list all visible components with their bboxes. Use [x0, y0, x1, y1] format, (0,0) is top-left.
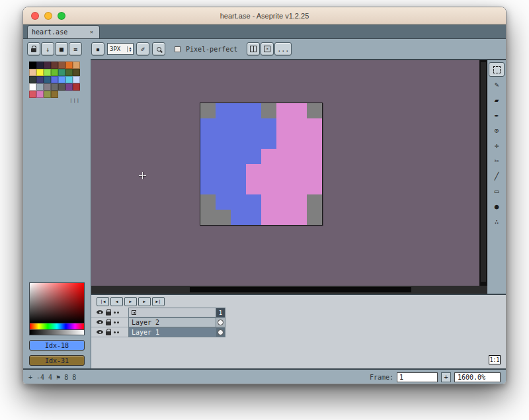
- sprite-pixel-2-2[interactable]: [231, 134, 246, 149]
- move-tool[interactable]: ✛: [489, 138, 505, 153]
- titlebar[interactable]: heart.ase - Aseprite v1.2.25: [23, 7, 506, 24]
- sprite-pixel-1-1[interactable]: [216, 118, 231, 134]
- layer-lock-toggle[interactable]: [106, 321, 111, 325]
- palette-swatch-28[interactable]: [29, 91, 36, 98]
- sprite-pixel-4-3[interactable]: [246, 164, 261, 179]
- sprite-pixel-2-5[interactable]: [276, 134, 292, 149]
- sprite-pixel-5-2[interactable]: [231, 179, 246, 194]
- symmetry-horizontal-button[interactable]: [247, 42, 260, 56]
- gray-slider[interactable]: [29, 330, 85, 335]
- palette-swatch-20[interactable]: [73, 76, 80, 83]
- brush-size-spinner[interactable]: ▲ ▼: [127, 46, 133, 52]
- sprite-pixel-7-5[interactable]: [276, 210, 292, 225]
- sprite-pixel-4-0[interactable]: [200, 164, 216, 179]
- palette-swatch-18[interactable]: [58, 76, 65, 83]
- contour-tool[interactable]: ●: [489, 199, 505, 214]
- palette-sort-button[interactable]: ↓: [41, 42, 54, 56]
- pencil-tool[interactable]: ✎: [489, 77, 505, 92]
- cel-indicator[interactable]: [218, 329, 224, 335]
- layer-visibility-toggle[interactable]: [97, 320, 103, 324]
- ink-button[interactable]: ✐: [136, 42, 149, 56]
- sprite-pixel-4-4[interactable]: [261, 164, 276, 179]
- sprite-pixel-0-1[interactable]: [216, 103, 231, 118]
- layer-row-layer-1[interactable]: Layer 1: [91, 327, 506, 337]
- sprite-pixel-2-4[interactable]: [261, 134, 276, 149]
- symmetry-vertical-button[interactable]: ✕: [261, 42, 274, 56]
- palette-swatch-2[interactable]: [44, 62, 51, 69]
- sprite-pixel-5-5[interactable]: [276, 179, 292, 194]
- sprite-pixel-4-5[interactable]: [276, 164, 292, 179]
- sprite-canvas[interactable]: [200, 103, 323, 226]
- palette-swatch-29[interactable]: [36, 91, 44, 98]
- sprite-pixel-6-5[interactable]: [276, 194, 292, 210]
- palette-lock-button[interactable]: [27, 42, 40, 56]
- sprite-pixel-1-3[interactable]: [246, 118, 261, 134]
- palette-swatch-17[interactable]: [51, 76, 58, 83]
- sprite-pixel-0-2[interactable]: [231, 103, 246, 118]
- sprite-pixel-0-7[interactable]: [307, 103, 322, 118]
- sprite-pixel-7-7[interactable]: [307, 210, 322, 225]
- palette-swatch-16[interactable]: [44, 76, 51, 83]
- sprite-pixel-1-5[interactable]: [276, 118, 292, 134]
- dynamics-button[interactable]: [152, 42, 165, 56]
- palette-swatch-1[interactable]: [36, 62, 44, 69]
- brush-size-input[interactable]: 3PX ▲ ▼: [107, 43, 134, 55]
- eyedropper-tool[interactable]: ✒: [489, 108, 505, 122]
- palette-swatch-27[interactable]: [73, 83, 80, 91]
- tab-heart-ase[interactable]: heart.ase ✕: [27, 25, 100, 38]
- sprite-pixel-5-4[interactable]: [261, 179, 276, 194]
- sprite-pixel-6-2[interactable]: [231, 194, 246, 210]
- sprite-pixel-2-6[interactable]: [292, 134, 307, 149]
- sprite-pixel-0-0[interactable]: [200, 103, 216, 118]
- prev-frame-button[interactable]: ◀: [110, 297, 123, 306]
- next-frame-button[interactable]: ▶: [138, 297, 151, 306]
- palette-swatch-31[interactable]: [51, 91, 58, 98]
- sprite-pixel-3-4[interactable]: [261, 149, 276, 164]
- blur-tool[interactable]: ∴: [489, 214, 505, 229]
- play-button[interactable]: ▶: [124, 297, 137, 306]
- background-color-button[interactable]: Idx-31: [29, 355, 85, 366]
- palette-swatch-19[interactable]: [65, 76, 73, 83]
- palette-swatch-14[interactable]: [29, 76, 36, 83]
- sprite-pixel-5-6[interactable]: [292, 179, 307, 194]
- palette-swatch-25[interactable]: [58, 83, 65, 91]
- palette-swatch-13[interactable]: [73, 69, 80, 76]
- sprite-pixel-2-7[interactable]: [307, 134, 322, 149]
- sprite-pixel-4-6[interactable]: [292, 164, 307, 179]
- link-dots-icon[interactable]: [114, 312, 119, 314]
- sprite-pixel-7-1[interactable]: [216, 210, 231, 225]
- line-tool[interactable]: ╱: [489, 169, 505, 183]
- horizontal-scrollbar-thumb[interactable]: [190, 287, 411, 292]
- layer-link-dots[interactable]: [114, 331, 119, 333]
- add-frame-button[interactable]: +: [441, 372, 451, 382]
- palette-swatch-24[interactable]: [51, 83, 58, 91]
- sprite-pixel-3-2[interactable]: [231, 149, 246, 164]
- palette-swatch-7[interactable]: [29, 69, 36, 76]
- sprite-pixel-0-3[interactable]: [246, 103, 261, 118]
- close-button[interactable]: [31, 12, 39, 20]
- sprite-pixel-1-4[interactable]: [261, 118, 276, 134]
- sprite-pixel-3-7[interactable]: [307, 149, 322, 164]
- sprite-pixel-7-2[interactable]: [231, 210, 246, 225]
- zoom-button[interactable]: [58, 12, 65, 20]
- vertical-scrollbar-thumb[interactable]: [481, 62, 486, 282]
- palette-swatch-23[interactable]: [44, 83, 51, 91]
- sprite-pixel-6-4[interactable]: [261, 194, 276, 210]
- pixel-perfect-checkbox[interactable]: [175, 46, 181, 52]
- sprite-pixel-6-3[interactable]: [246, 194, 261, 210]
- sprite-pixel-2-0[interactable]: [200, 134, 216, 149]
- palette-swatch-3[interactable]: [51, 62, 58, 69]
- palette-presets-button[interactable]: ■: [55, 42, 68, 56]
- sprite-pixel-1-2[interactable]: [231, 118, 246, 134]
- sprite-pixel-7-4[interactable]: [261, 210, 276, 225]
- sprite-pixel-6-7[interactable]: [307, 194, 322, 210]
- palette-menu-button[interactable]: ≡: [69, 42, 82, 56]
- layer-visibility-toggle[interactable]: [97, 330, 103, 334]
- palette-swatch-4[interactable]: [58, 62, 65, 69]
- sprite-pixel-3-6[interactable]: [292, 149, 307, 164]
- sprite-pixel-6-6[interactable]: [292, 194, 307, 210]
- sprite-pixel-5-1[interactable]: [216, 179, 231, 194]
- layer-name-cell[interactable]: Layer 1: [128, 327, 216, 337]
- layer-link-dots[interactable]: [114, 321, 119, 323]
- sprite-editor[interactable]: [91, 60, 487, 294]
